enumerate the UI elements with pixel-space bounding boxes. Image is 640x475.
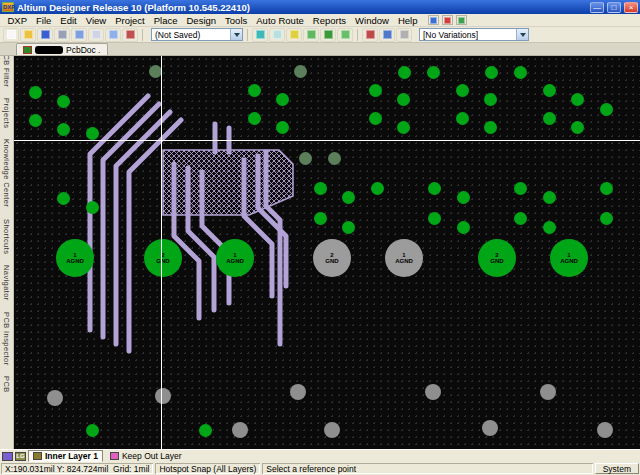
cross-select-icon[interactable]	[122, 28, 138, 42]
via-pad[interactable]	[514, 182, 527, 195]
via-pad[interactable]	[543, 221, 556, 234]
via-pad[interactable]	[86, 424, 99, 437]
sidebar-item-pcb[interactable]: PCB	[2, 376, 11, 393]
via-pad[interactable]	[29, 86, 42, 99]
print-preview-icon[interactable]	[71, 28, 87, 42]
close-button[interactable]: ×	[624, 2, 638, 13]
via-pad[interactable]	[369, 84, 382, 97]
via-pad[interactable]	[342, 191, 355, 204]
clear-filter-icon[interactable]	[269, 28, 285, 42]
pad-gray[interactable]	[47, 390, 63, 406]
rules-check-icon[interactable]	[362, 28, 378, 42]
component-pad-gnd[interactable]: 2GND	[478, 239, 516, 277]
menu-file[interactable]: File	[32, 15, 56, 26]
select-icon[interactable]	[286, 28, 302, 42]
undo-icon[interactable]	[320, 28, 336, 42]
menu-help[interactable]: Help	[393, 15, 422, 26]
pad-gray[interactable]	[155, 388, 171, 404]
via-pad[interactable]	[398, 66, 411, 79]
sidebar-item-shortcuts[interactable]: Shortcuts	[2, 219, 11, 254]
component-pad-agnd[interactable]: 1AGND	[550, 239, 588, 277]
via-pad[interactable]	[571, 93, 584, 106]
print-icon[interactable]	[54, 28, 70, 42]
sidebar-item-knowledge-center[interactable]: Knowledge Center	[2, 139, 11, 207]
layer-chip-lg[interactable]: LG	[15, 452, 26, 461]
zoom-fit-icon[interactable]	[88, 28, 104, 42]
workspace-icon[interactable]	[428, 15, 439, 25]
via-pad[interactable]	[600, 103, 613, 116]
sidebar-item-projects[interactable]: Projects	[2, 98, 11, 128]
via-pad[interactable]	[86, 201, 99, 214]
pad-gray[interactable]	[482, 420, 498, 436]
via-pad[interactable]	[543, 112, 556, 125]
via-pad[interactable]	[427, 66, 440, 79]
pad-olive[interactable]	[149, 65, 162, 78]
chevron-down-icon[interactable]	[516, 29, 528, 40]
via-pad[interactable]	[397, 93, 410, 106]
variations-dropdown[interactable]: [No Variations]	[419, 28, 529, 41]
via-pad[interactable]	[485, 66, 498, 79]
menu-dxp[interactable]: DXP	[3, 15, 32, 26]
pad-gray[interactable]	[597, 422, 613, 438]
via-pad[interactable]	[371, 182, 384, 195]
menu-window[interactable]: Window	[351, 15, 394, 26]
menu-project[interactable]: Project	[111, 15, 150, 26]
via-pad[interactable]	[86, 127, 99, 140]
board-insight-icon[interactable]	[379, 28, 395, 42]
via-pad[interactable]	[57, 95, 70, 108]
via-pad[interactable]	[571, 121, 584, 134]
move-icon[interactable]	[303, 28, 319, 42]
menu-edit[interactable]: Edit	[56, 15, 81, 26]
menu-view[interactable]: View	[81, 15, 110, 26]
polygon-pour[interactable]	[163, 150, 293, 215]
component-pad-agnd[interactable]: 1AGND	[216, 239, 254, 277]
menu-tools[interactable]: Tools	[221, 15, 252, 26]
via-pad[interactable]	[248, 84, 261, 97]
layer-chip-purple[interactable]	[2, 452, 13, 461]
via-pad[interactable]	[314, 212, 327, 225]
pad-olive[interactable]	[328, 152, 341, 165]
favorites-icon[interactable]	[442, 15, 453, 25]
pad-gray[interactable]	[290, 384, 306, 400]
pad-olive[interactable]	[294, 65, 307, 78]
component-pad-gnd[interactable]: 2GND	[313, 239, 351, 277]
zoom-area-icon[interactable]	[105, 28, 121, 42]
via-pad[interactable]	[484, 93, 497, 106]
new-document-icon[interactable]	[3, 28, 19, 42]
via-pad[interactable]	[199, 424, 212, 437]
via-pad[interactable]	[248, 112, 261, 125]
system-panel-button[interactable]: System	[595, 463, 639, 474]
sidebar-item-pcb-inspector[interactable]: PCB Inspector	[2, 312, 11, 366]
via-pad[interactable]	[57, 192, 70, 205]
filter-icon[interactable]	[252, 28, 268, 42]
via-pad[interactable]	[342, 221, 355, 234]
menu-place[interactable]: Place	[149, 15, 182, 26]
via-pad[interactable]	[369, 112, 382, 125]
chevron-down-icon[interactable]	[230, 29, 242, 40]
component-pad-agnd[interactable]: 1AGND	[385, 239, 423, 277]
pad-gray[interactable]	[324, 422, 340, 438]
via-pad[interactable]	[29, 114, 42, 127]
document-tab-pcbdoc[interactable]: PcbDoc .	[16, 43, 108, 55]
route-trace[interactable]	[90, 96, 148, 330]
via-pad[interactable]	[457, 221, 470, 234]
menu-reports[interactable]: Reports	[308, 15, 350, 26]
sidebar-item-navigator[interactable]: Navigator	[2, 265, 11, 301]
via-pad[interactable]	[276, 93, 289, 106]
pad-olive[interactable]	[299, 152, 312, 165]
component-pad-gnd[interactable]: 2GND	[144, 239, 182, 277]
pcb-canvas[interactable]: 1AGND2GND1AGND2GND1AGND2GND1AGND	[14, 56, 640, 449]
layer-tab-keep-out[interactable]: Keep Out Layer	[105, 450, 187, 462]
layers-icon[interactable]	[456, 15, 467, 25]
via-pad[interactable]	[543, 191, 556, 204]
via-pad[interactable]	[484, 121, 497, 134]
minimize-button[interactable]: —	[590, 2, 604, 13]
via-pad[interactable]	[428, 212, 441, 225]
maximize-button[interactable]: □	[607, 2, 621, 13]
via-pad[interactable]	[276, 121, 289, 134]
redo-icon[interactable]	[337, 28, 353, 42]
grid-settings-icon[interactable]	[396, 28, 412, 42]
component-pad-agnd[interactable]: 1AGND	[56, 239, 94, 277]
layer-tab-inner-layer-1[interactable]: Inner Layer 1	[28, 450, 103, 462]
pad-gray[interactable]	[232, 422, 248, 438]
